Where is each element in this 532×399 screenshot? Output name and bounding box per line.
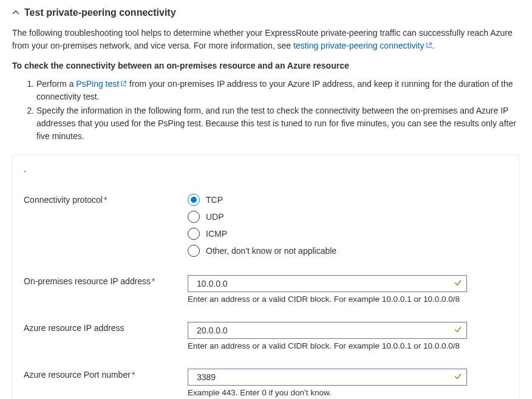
step1-before: Perform a <box>36 79 76 89</box>
protocol-radio-group: TCP UDP ICMP Other, don't know or not ap… <box>188 194 467 257</box>
radio-option-other[interactable]: Other, don't know or not applicable <box>188 245 467 257</box>
chevron-up-icon <box>12 9 19 16</box>
intro-before: The following troubleshooting tool helps… <box>12 28 513 50</box>
azure-ip-control: Enter an address or a valid CIDR block. … <box>188 322 467 350</box>
radio-label: ICMP <box>206 229 227 239</box>
external-link-icon <box>426 39 432 52</box>
radio-icon <box>188 194 200 206</box>
step-list: Perform a PsPing test from your on-premi… <box>12 78 520 143</box>
radio-option-icmp[interactable]: ICMP <box>188 228 467 240</box>
required-asterisk: * <box>132 370 135 380</box>
radio-icon <box>188 211 200 223</box>
azure-port-input[interactable] <box>188 369 467 386</box>
radio-label: TCP <box>206 195 223 205</box>
step-item: Perform a PsPing test from your on-premi… <box>36 78 520 103</box>
radio-label: UDP <box>206 212 224 222</box>
azure-port-control: Example 443. Enter 0 if you don't know. <box>188 369 467 397</box>
radio-icon <box>188 228 200 240</box>
azure-ip-row: Azure resource IP address Enter an addre… <box>24 322 508 350</box>
collapse-toggle[interactable]: - <box>24 166 508 176</box>
section-header[interactable]: Test private-peering connectivity <box>12 7 520 18</box>
step-item: Specify the information in the following… <box>36 104 520 143</box>
azure-ip-hint: Enter an address or a valid CIDR block. … <box>188 341 467 350</box>
radio-label: Other, don't know or not applicable <box>206 246 336 256</box>
psping-link[interactable]: PsPing test <box>76 79 127 89</box>
required-asterisk: * <box>152 276 155 286</box>
intro-text: The following troubleshooting tool helps… <box>12 27 520 52</box>
azure-ip-label: Azure resource IP address <box>24 322 188 333</box>
onprem-ip-input[interactable] <box>188 275 467 292</box>
external-link-icon <box>120 78 127 90</box>
protocol-label: Connectivity protocol* <box>24 194 188 205</box>
intro-link[interactable]: testing private-peering connectivity <box>293 41 432 50</box>
azure-port-label: Azure resource Port number* <box>24 369 188 380</box>
protocol-row: Connectivity protocol* TCP UDP ICMP Othe… <box>24 194 508 257</box>
onprem-ip-label: On-premises resource IP address* <box>24 275 188 286</box>
radio-option-tcp[interactable]: TCP <box>188 194 467 206</box>
radio-icon <box>188 245 200 257</box>
onprem-ip-control: Enter an address or a valid CIDR block. … <box>188 275 467 304</box>
azure-ip-input[interactable] <box>188 322 467 339</box>
form-panel: - Connectivity protocol* TCP UDP ICMP Ot… <box>12 155 520 399</box>
azure-port-hint: Example 443. Enter 0 if you don't know. <box>188 388 467 397</box>
intro-after: . <box>432 41 435 50</box>
azure-port-row: Azure resource Port number* Example 443.… <box>24 369 508 397</box>
section-title: Test private-peering connectivity <box>24 7 176 18</box>
onprem-ip-hint: Enter an address or a valid CIDR block. … <box>188 295 467 304</box>
required-asterisk: * <box>104 195 107 205</box>
radio-option-udp[interactable]: UDP <box>188 211 467 223</box>
onprem-ip-row: On-premises resource IP address* Enter a… <box>24 275 508 304</box>
subheading: To check the connectivity between an on-… <box>12 61 520 70</box>
